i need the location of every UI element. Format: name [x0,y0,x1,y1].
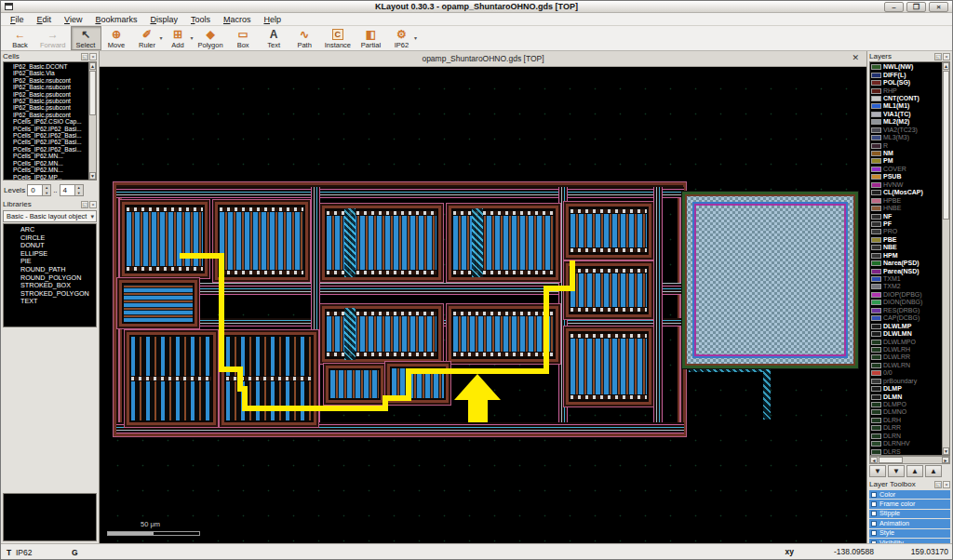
toolbar-button[interactable]: ⊕ Move [101,26,132,50]
layer-swatch[interactable] [871,441,881,447]
library-item[interactable]: STROKED_POLYGON [6,290,94,299]
layer-row[interactable]: CL(MosCAP) [871,189,941,196]
library-item[interactable]: ARC [6,226,94,234]
layer-swatch[interactable] [871,229,881,234]
layer-row[interactable]: DLMP [871,385,941,393]
layout-canvas[interactable]: 50 μm [100,67,866,543]
layer-swatch[interactable] [871,379,881,384]
close-icon[interactable]: × [943,481,950,488]
layer-row[interactable]: DIFF(L) [871,71,941,78]
layer-swatch[interactable] [871,269,881,274]
layer-swatch[interactable] [871,433,881,439]
layer-swatch[interactable] [871,425,881,431]
layer-row[interactable]: DLMPO [871,401,941,408]
layer-swatch[interactable] [871,315,881,321]
toolbar-button[interactable]: ⊞ Add ▾ [163,26,194,50]
cell-tree-item[interactable]: PCells_IP62.IP62_Basi... [6,132,87,139]
layer-swatch[interactable] [871,331,881,337]
layer-row[interactable]: Narea(PSD) [871,260,941,267]
cell-tree-item[interactable]: PCells_IP62.IP62_Basi... [6,139,87,145]
layer-row[interactable]: RES(DRBG) [871,307,941,314]
layer-toolbox-section[interactable]: Animation [869,519,950,527]
layer-swatch[interactable] [871,214,881,220]
toolbar-button[interactable]: ← Back [5,26,35,50]
layer-row[interactable]: 0/0 [871,369,941,377]
minimize-button[interactable]: – [884,2,904,12]
library-item[interactable]: CIRCLE [6,234,94,243]
layer-swatch[interactable] [871,190,881,195]
layer-row[interactable]: DLRH [871,417,941,424]
cell-tree-item[interactable]: IP62_Basic.psubcont [6,112,87,118]
levels-to-spinbox[interactable]: 4 [60,184,84,196]
cell-tree-item[interactable]: IP62_Basic.nsubcont [6,84,87,90]
cells-scrollbar[interactable]: ▲ ▼ [88,62,96,180]
scroll-down-icon[interactable]: ▼ [943,447,949,455]
layer-row[interactable]: NF [871,212,941,220]
layer-swatch[interactable] [871,64,881,70]
layer-swatch[interactable] [871,370,881,376]
library-item[interactable]: TEXT [6,298,94,306]
cell-tree-item[interactable]: IP62_Basic.nsubcont [6,77,87,84]
layer-swatch[interactable] [871,112,881,117]
layer-swatch[interactable] [871,135,881,140]
toolbar-button[interactable]: ◧ Partial [356,26,386,50]
library-item[interactable]: ELLIPSE [6,250,94,259]
layer-row[interactable]: DLWLRR [871,353,941,361]
layer-swatch[interactable] [871,182,881,188]
menu-item[interactable]: Edit [32,14,58,25]
menu-item[interactable]: File [5,14,30,25]
toolbar-button[interactable]: ✐ Ruler ▾ [132,26,163,50]
layer-row[interactable]: DION(DNBG) [871,299,941,306]
layer-row[interactable]: HPBE [871,196,941,204]
layer-row[interactable]: Parea(NSD) [871,267,941,274]
cell-tree-item[interactable]: PCells_IP62.IP62_Basi... [6,146,87,153]
layer-row[interactable]: DLWLMN [871,330,941,338]
library-select[interactable]: Basic - Basic layout object [3,210,97,222]
layer-swatch[interactable] [871,409,881,415]
layer-swatch[interactable] [871,363,881,368]
layer-swatch[interactable] [871,198,881,204]
menu-item[interactable]: Display [144,14,183,25]
scroll-left-icon[interactable]: ◄ [870,457,878,463]
layer-row[interactable]: CAP(DCBG) [871,314,941,322]
toolbar-button[interactable]: → Forward [35,26,71,50]
layer-swatch[interactable] [871,449,881,455]
layer-row[interactable]: ML1(M1) [871,102,941,110]
layer-row[interactable]: DIOP(DPBG) [871,291,941,299]
layer-swatch[interactable] [871,88,881,94]
layer-row[interactable]: TXM2 [871,283,941,290]
menu-item[interactable]: Tools [185,14,216,25]
layer-swatch[interactable] [871,284,881,289]
layer-row[interactable]: ML2(M2) [871,118,941,126]
layer-swatch[interactable] [871,386,881,392]
layer-toolbox-section[interactable]: Style [869,529,950,538]
toolbar-button[interactable]: ◆ Polygon [194,26,228,50]
layer-swatch[interactable] [871,174,881,180]
toolbar-button[interactable]: ∿ Path [289,26,320,50]
toolbar-button[interactable]: ⚙ IP62 ▾ [386,26,417,50]
chevron-down-icon[interactable]: ▾ [414,34,417,41]
layer-swatch[interactable] [871,276,881,282]
menu-item[interactable]: View [59,14,87,25]
layer-hierarchy-button[interactable]: ▼ [869,465,886,477]
menu-item[interactable]: Help [258,14,287,25]
layer-swatch[interactable] [871,151,881,156]
layer-swatch[interactable] [871,340,881,345]
layer-swatch[interactable] [871,402,881,407]
library-items-list[interactable]: ARCCIRCLEDONUTELLIPSEPIEROUND_PATHROUND_… [3,223,97,327]
layer-row[interactable]: PF [871,220,941,228]
layer-swatch[interactable] [871,119,881,125]
menu-item[interactable]: Macros [218,14,257,25]
cell-tree-item[interactable]: IP62_Basic.psubcont [6,104,87,111]
layer-row[interactable]: RHP [871,87,941,94]
layer-row[interactable]: DLWLMPO [871,338,941,345]
layer-swatch[interactable] [871,158,881,164]
section-checkbox[interactable] [871,530,877,536]
undock-icon[interactable]: ◱ [81,53,88,60]
layer-swatch[interactable] [871,127,881,133]
layer-swatch[interactable] [871,206,881,211]
section-checkbox[interactable] [871,521,877,527]
toolbar-button[interactable]: A Text [259,26,289,50]
layer-swatch[interactable] [871,324,881,329]
layer-swatch[interactable] [871,292,881,298]
